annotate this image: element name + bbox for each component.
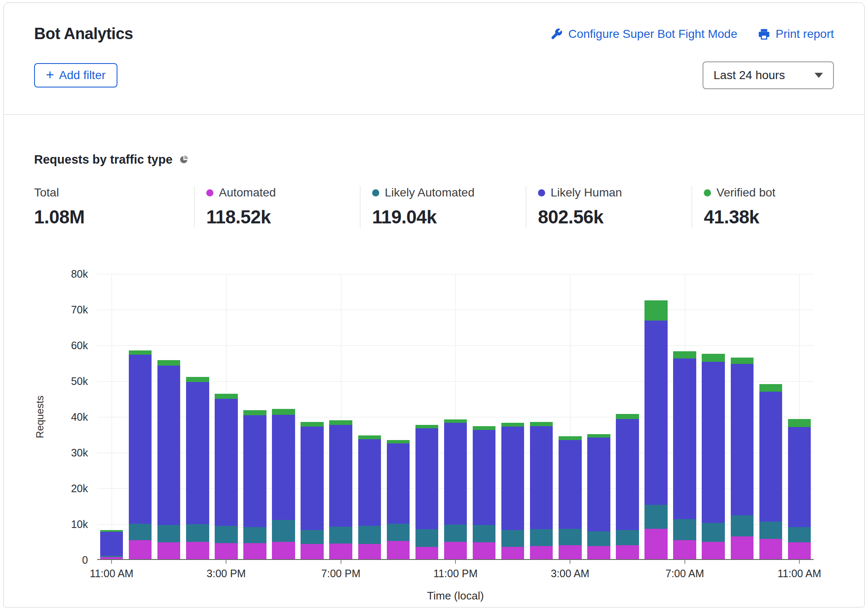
bar-segment: [387, 524, 410, 541]
configure-super-bot-fight-mode-link[interactable]: Configure Super Bot Fight Mode: [550, 27, 738, 41]
time-range-select[interactable]: Last 24 hours: [703, 61, 834, 89]
y-axis-tick-label: 50k: [37, 375, 88, 387]
chart-bar[interactable]: [415, 425, 438, 559]
bar-segment: [788, 419, 811, 427]
section-title: Requests by traffic type: [34, 153, 173, 167]
bar-segment: [559, 545, 581, 559]
bar-segment: [473, 426, 495, 430]
likely-automated-legend-dot: [372, 189, 379, 196]
bar-segment: [415, 547, 438, 559]
bar-segment: [301, 427, 323, 530]
y-axis-tick-label: 60k: [37, 339, 88, 352]
x-axis-tick-label: 7:00 AM: [645, 568, 725, 580]
gridline-vertical: [112, 274, 112, 559]
bar-segment: [759, 392, 782, 522]
bar-segment: [731, 364, 754, 515]
x-axis-tick-label: 11:00 PM: [415, 568, 495, 580]
bar-segment: [616, 414, 639, 419]
chart-bar[interactable]: [530, 422, 553, 559]
bar-segment: [301, 544, 323, 559]
stat-verified-bot[interactable]: Verified bot 41.38k: [692, 186, 775, 228]
print-report-link[interactable]: Print report: [758, 27, 834, 41]
chart-bar[interactable]: [473, 426, 495, 559]
bar-segment: [157, 366, 180, 525]
stat-likely-automated-label: Likely Automated: [385, 186, 474, 199]
chart-bar[interactable]: [759, 384, 782, 559]
chart-bar[interactable]: [157, 360, 180, 559]
chart-bar[interactable]: [387, 440, 410, 559]
chart-bar[interactable]: [587, 434, 610, 559]
chart-bar[interactable]: [129, 350, 152, 559]
pie-chart-icon: [179, 155, 189, 164]
chart-bar[interactable]: [100, 530, 123, 559]
bar-segment: [358, 439, 381, 526]
bar-segment: [129, 540, 152, 559]
bar-segment: [587, 434, 610, 438]
chart-bar[interactable]: [358, 435, 381, 559]
bar-segment: [530, 426, 553, 529]
add-filter-label: Add filter: [59, 69, 106, 82]
chart-bar[interactable]: [186, 377, 209, 559]
x-axis-tick-label: 3:00 AM: [530, 568, 610, 580]
bar-segment: [473, 542, 495, 559]
header: Bot Analytics Configure Super Bot Fight …: [4, 3, 864, 89]
stat-likely-automated[interactable]: Likely Automated 119.04k: [360, 186, 526, 228]
bar-segment: [387, 440, 410, 443]
chart-bar[interactable]: [559, 436, 581, 559]
chart-bar[interactable]: [644, 300, 667, 559]
bar-segment: [129, 524, 152, 540]
bar-segment: [702, 542, 724, 559]
bar-segment: [272, 520, 295, 542]
chart-bar[interactable]: [243, 410, 266, 559]
bar-segment: [243, 543, 266, 559]
bar-segment: [415, 428, 438, 529]
header-divider: [4, 114, 864, 115]
y-axis-tick-label: 80k: [37, 268, 88, 280]
chart-bar[interactable]: [501, 423, 524, 559]
bar-segment: [673, 351, 696, 358]
bar-segment: [215, 394, 237, 399]
bar-segment: [243, 527, 266, 543]
bar-segment: [530, 422, 553, 426]
bar-segment: [559, 440, 581, 529]
chart-bar[interactable]: [731, 358, 754, 559]
stat-automated-value: 118.52k: [206, 207, 360, 228]
print-link-label: Print report: [776, 27, 834, 41]
bar-segment: [731, 358, 754, 364]
x-axis-tickmark: [226, 560, 226, 564]
bar-segment: [186, 542, 209, 559]
chart-bar[interactable]: [702, 354, 724, 559]
bar-segment: [587, 438, 610, 531]
stat-automated[interactable]: Automated 118.52k: [194, 186, 360, 228]
stat-total: Total 1.08M: [34, 186, 194, 228]
bar-segment: [616, 530, 639, 545]
chart-bar[interactable]: [444, 419, 467, 559]
chart-bar[interactable]: [272, 409, 295, 559]
bar-segment: [186, 382, 209, 524]
chart-bar[interactable]: [301, 422, 323, 559]
stat-verified-bot-label: Verified bot: [716, 186, 775, 199]
stat-verified-bot-value: 41.38k: [704, 207, 775, 228]
bar-segment: [387, 443, 410, 524]
bar-segment: [129, 350, 152, 355]
bar-segment: [559, 529, 581, 545]
chart-bar[interactable]: [329, 420, 352, 559]
chart-bar[interactable]: [215, 394, 237, 559]
chart-bar[interactable]: [673, 351, 696, 559]
y-axis-tick-label: 70k: [37, 303, 88, 316]
bar-segment: [731, 515, 754, 536]
chart-bar[interactable]: [788, 419, 811, 559]
wrench-icon: [550, 28, 563, 40]
bar-segment: [329, 420, 352, 425]
chart-bar[interactable]: [616, 414, 639, 559]
stat-likely-human[interactable]: Likely Human 802.56k: [526, 186, 692, 228]
y-axis-tick-label: 0: [37, 554, 88, 566]
y-axis-tick-label: 40k: [37, 411, 88, 423]
bar-segment: [644, 505, 667, 529]
bar-segment: [415, 529, 438, 547]
x-axis-tickmark: [570, 560, 570, 564]
bar-segment: [501, 530, 524, 547]
bar-segment: [702, 362, 724, 523]
bar-segment: [616, 545, 639, 559]
add-filter-button[interactable]: + Add filter: [34, 63, 117, 88]
